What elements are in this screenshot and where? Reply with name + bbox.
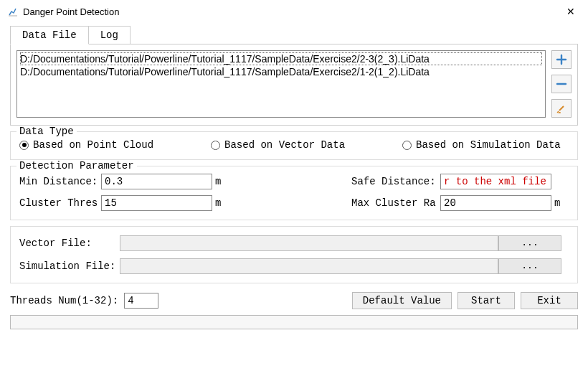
tab-data-file-label: Data File [22, 29, 77, 41]
max-cluster-unit: m [554, 197, 569, 209]
min-distance-input[interactable] [101, 174, 212, 189]
cluster-threshold-unit: m [215, 197, 229, 209]
max-cluster-input[interactable] [440, 195, 551, 211]
minus-icon [556, 78, 567, 90]
exit-button[interactable]: Exit [521, 292, 578, 309]
file-list-item[interactable]: D:/Documentations/Tutorial/Powerline/Tut… [20, 52, 542, 65]
tab-data-file[interactable]: Data File [10, 26, 89, 44]
vector-file-label: Vector File: [19, 238, 120, 249]
threads-label: Threads Num(1-32): [10, 295, 118, 306]
safe-distance-label: Safe Distance: [351, 176, 437, 187]
threads-input[interactable] [124, 293, 158, 309]
radio-indicator [402, 141, 412, 150]
file-output-group: Vector File: ... Simulation File: ... [10, 226, 578, 283]
simulation-file-browse-button[interactable]: ... [498, 258, 561, 274]
radio-point-cloud[interactable]: Based on Point Cloud [19, 139, 153, 151]
cluster-threshold-input[interactable] [101, 195, 212, 211]
radio-label: Based on Vector Data [224, 139, 345, 151]
radio-simulation-data[interactable]: Based on Simulation Data [402, 139, 561, 151]
data-type-legend: Data Type [16, 126, 77, 137]
plus-icon [556, 54, 567, 65]
progress-bar [10, 315, 578, 329]
vector-file-browse-button[interactable]: ... [498, 235, 561, 251]
file-list-item[interactable]: D:/Documentations/Tutorial/Powerline/Tut… [20, 65, 542, 78]
data-file-pane: D:/Documentations/Tutorial/Powerline/Tut… [10, 44, 578, 126]
app-icon [7, 6, 19, 17]
radio-indicator [211, 141, 220, 150]
detection-parameter-group: Detection Parameter Min Distance: m Safe… [10, 166, 578, 220]
data-type-group: Data Type Based on Point Cloud Based on … [10, 131, 578, 160]
vector-file-field [120, 235, 498, 251]
tab-log[interactable]: Log [88, 26, 131, 44]
close-button[interactable]: ✕ [561, 4, 581, 19]
radio-indicator [19, 141, 29, 150]
simulation-file-label: Simulation File: [19, 260, 120, 272]
broom-icon [556, 103, 567, 114]
clear-files-button[interactable] [551, 99, 572, 118]
default-value-button[interactable]: Default Value [352, 292, 452, 309]
max-cluster-label: Max Cluster Ra [351, 197, 437, 209]
min-distance-label: Min Distance: [19, 176, 98, 187]
start-button[interactable]: Start [457, 292, 515, 309]
cluster-threshold-label: Cluster Thresh [19, 197, 98, 209]
radio-vector-data[interactable]: Based on Vector Data [211, 139, 345, 151]
simulation-file-field [120, 258, 498, 274]
tab-log-label: Log [100, 29, 118, 41]
window-title: Danger Point Detection [23, 6, 119, 17]
radio-label: Based on Simulation Data [416, 139, 561, 151]
remove-file-button[interactable] [551, 75, 572, 93]
min-distance-unit: m [215, 176, 229, 187]
add-file-button[interactable] [551, 50, 572, 69]
file-list[interactable]: D:/Documentations/Tutorial/Powerline/Tut… [16, 50, 546, 118]
radio-label: Based on Point Cloud [33, 139, 153, 151]
safe-distance-input[interactable] [440, 174, 551, 189]
detection-legend: Detection Parameter [16, 160, 137, 171]
